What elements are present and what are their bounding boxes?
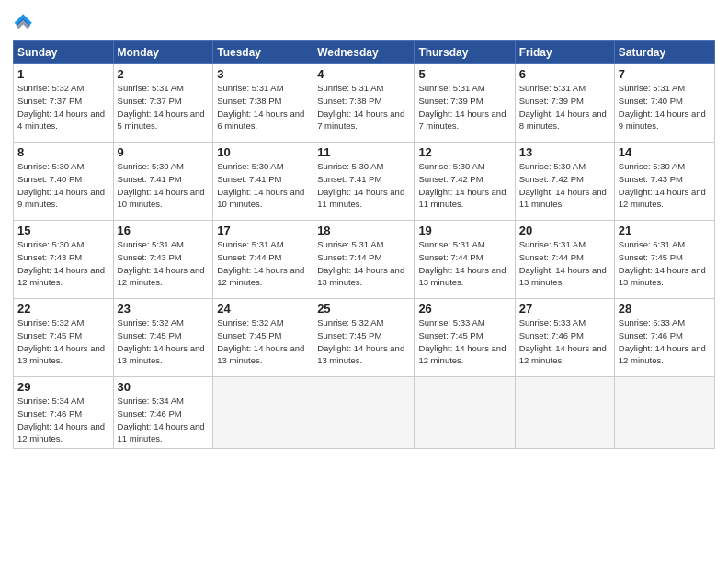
calendar-cell: 18Sunrise: 5:31 AMSunset: 7:44 PMDayligh… — [313, 221, 415, 299]
day-number: 30 — [118, 380, 210, 394]
day-number: 16 — [118, 224, 210, 237]
day-info: Sunrise: 5:33 AMSunset: 7:46 PMDaylight:… — [619, 316, 711, 367]
day-number: 14 — [619, 145, 711, 159]
calendar-week-4: 29Sunrise: 5:34 AMSunset: 7:46 PMDayligh… — [14, 377, 715, 449]
page-container: SundayMondayTuesdayWednesdayThursdayFrid… — [0, 0, 728, 563]
day-number: 4 — [317, 67, 410, 81]
calendar-cell: 9Sunrise: 5:30 AMSunset: 7:41 PMDaylight… — [113, 143, 213, 221]
day-info: Sunrise: 5:30 AMSunset: 7:42 PMDaylight:… — [418, 160, 510, 211]
day-info: Sunrise: 5:34 AMSunset: 7:46 PMDaylight:… — [17, 395, 109, 445]
calendar-cell: 21Sunrise: 5:31 AMSunset: 7:45 PMDayligh… — [614, 221, 714, 299]
day-number: 15 — [17, 224, 109, 237]
day-number: 24 — [217, 302, 309, 316]
day-info: Sunrise: 5:32 AMSunset: 7:37 PMDaylight:… — [17, 82, 109, 132]
day-info: Sunrise: 5:31 AMSunset: 7:38 PMDaylight:… — [317, 82, 410, 132]
calendar-cell — [213, 377, 313, 449]
day-info: Sunrise: 5:31 AMSunset: 7:45 PMDaylight:… — [619, 238, 711, 289]
day-number: 18 — [317, 224, 410, 237]
day-info: Sunrise: 5:30 AMSunset: 7:40 PMDaylight:… — [17, 160, 109, 211]
day-info: Sunrise: 5:31 AMSunset: 7:39 PMDaylight:… — [418, 82, 510, 132]
day-number: 10 — [217, 145, 309, 159]
day-info: Sunrise: 5:32 AMSunset: 7:45 PMDaylight:… — [118, 316, 210, 367]
day-info: Sunrise: 5:33 AMSunset: 7:45 PMDaylight:… — [418, 316, 510, 367]
day-info: Sunrise: 5:32 AMSunset: 7:45 PMDaylight:… — [217, 316, 309, 367]
calendar-header-friday: Friday — [515, 41, 614, 64]
calendar-cell: 24Sunrise: 5:32 AMSunset: 7:45 PMDayligh… — [213, 299, 313, 377]
day-number: 29 — [17, 380, 109, 394]
day-info: Sunrise: 5:33 AMSunset: 7:46 PMDaylight:… — [519, 316, 610, 367]
day-info: Sunrise: 5:31 AMSunset: 7:44 PMDaylight:… — [317, 238, 410, 289]
calendar-header-saturday: Saturday — [614, 41, 714, 64]
day-number: 19 — [418, 224, 510, 237]
day-number: 20 — [519, 224, 610, 237]
day-number: 26 — [418, 302, 510, 316]
calendar-cell: 28Sunrise: 5:33 AMSunset: 7:46 PMDayligh… — [614, 299, 714, 377]
calendar-cell: 15Sunrise: 5:30 AMSunset: 7:43 PMDayligh… — [14, 221, 114, 299]
day-info: Sunrise: 5:30 AMSunset: 7:43 PMDaylight:… — [619, 160, 711, 211]
calendar-header-tuesday: Tuesday — [213, 41, 313, 64]
header — [13, 11, 715, 33]
day-number: 22 — [17, 302, 109, 316]
calendar-cell: 17Sunrise: 5:31 AMSunset: 7:44 PMDayligh… — [213, 221, 313, 299]
calendar-cell: 4Sunrise: 5:31 AMSunset: 7:38 PMDaylight… — [313, 64, 415, 143]
day-info: Sunrise: 5:30 AMSunset: 7:42 PMDaylight:… — [519, 160, 610, 211]
calendar-cell: 6Sunrise: 5:31 AMSunset: 7:39 PMDaylight… — [515, 64, 614, 143]
calendar-cell: 23Sunrise: 5:32 AMSunset: 7:45 PMDayligh… — [113, 299, 213, 377]
day-number: 7 — [619, 67, 711, 81]
calendar-cell: 5Sunrise: 5:31 AMSunset: 7:39 PMDaylight… — [415, 64, 515, 143]
day-info: Sunrise: 5:31 AMSunset: 7:40 PMDaylight:… — [619, 82, 711, 132]
calendar-week-2: 15Sunrise: 5:30 AMSunset: 7:43 PMDayligh… — [14, 221, 715, 299]
day-info: Sunrise: 5:31 AMSunset: 7:44 PMDaylight:… — [519, 238, 610, 289]
day-number: 27 — [519, 302, 610, 316]
calendar-week-0: 1Sunrise: 5:32 AMSunset: 7:37 PMDaylight… — [14, 64, 715, 143]
day-number: 8 — [17, 145, 109, 159]
day-number: 9 — [118, 145, 210, 159]
calendar-cell — [313, 377, 415, 449]
calendar-header-sunday: Sunday — [14, 41, 114, 64]
logo-icon — [13, 11, 35, 33]
calendar-cell: 26Sunrise: 5:33 AMSunset: 7:45 PMDayligh… — [415, 299, 515, 377]
day-number: 17 — [217, 224, 309, 237]
calendar-cell: 25Sunrise: 5:32 AMSunset: 7:45 PMDayligh… — [313, 299, 415, 377]
calendar-cell: 12Sunrise: 5:30 AMSunset: 7:42 PMDayligh… — [415, 143, 515, 221]
day-info: Sunrise: 5:31 AMSunset: 7:39 PMDaylight:… — [519, 82, 610, 132]
calendar-cell: 3Sunrise: 5:31 AMSunset: 7:38 PMDaylight… — [213, 64, 313, 143]
calendar-header-wednesday: Wednesday — [313, 41, 415, 64]
logo — [13, 11, 39, 33]
calendar-header-thursday: Thursday — [415, 41, 515, 64]
day-info: Sunrise: 5:31 AMSunset: 7:43 PMDaylight:… — [118, 238, 210, 289]
calendar-cell: 16Sunrise: 5:31 AMSunset: 7:43 PMDayligh… — [113, 221, 213, 299]
day-number: 3 — [217, 67, 309, 81]
calendar-cell: 19Sunrise: 5:31 AMSunset: 7:44 PMDayligh… — [415, 221, 515, 299]
calendar-cell — [415, 377, 515, 449]
day-number: 6 — [519, 67, 610, 81]
day-info: Sunrise: 5:30 AMSunset: 7:41 PMDaylight:… — [217, 160, 309, 211]
day-info: Sunrise: 5:30 AMSunset: 7:41 PMDaylight:… — [317, 160, 410, 211]
day-number: 11 — [317, 145, 410, 159]
calendar-cell: 8Sunrise: 5:30 AMSunset: 7:40 PMDaylight… — [14, 143, 114, 221]
calendar-cell — [614, 377, 714, 449]
calendar-cell: 27Sunrise: 5:33 AMSunset: 7:46 PMDayligh… — [515, 299, 614, 377]
day-info: Sunrise: 5:32 AMSunset: 7:45 PMDaylight:… — [317, 316, 410, 367]
day-info: Sunrise: 5:31 AMSunset: 7:38 PMDaylight:… — [217, 82, 309, 132]
day-info: Sunrise: 5:30 AMSunset: 7:41 PMDaylight:… — [118, 160, 210, 211]
calendar-week-1: 8Sunrise: 5:30 AMSunset: 7:40 PMDaylight… — [14, 143, 715, 221]
calendar-week-3: 22Sunrise: 5:32 AMSunset: 7:45 PMDayligh… — [14, 299, 715, 377]
day-info: Sunrise: 5:32 AMSunset: 7:45 PMDaylight:… — [17, 316, 109, 367]
day-info: Sunrise: 5:31 AMSunset: 7:44 PMDaylight:… — [217, 238, 309, 289]
day-number: 13 — [519, 145, 610, 159]
calendar-header-monday: Monday — [113, 41, 213, 64]
calendar-cell: 11Sunrise: 5:30 AMSunset: 7:41 PMDayligh… — [313, 143, 415, 221]
calendar-cell: 1Sunrise: 5:32 AMSunset: 7:37 PMDaylight… — [14, 64, 114, 143]
day-number: 1 — [17, 67, 109, 81]
day-info: Sunrise: 5:31 AMSunset: 7:37 PMDaylight:… — [118, 82, 210, 132]
calendar-cell: 10Sunrise: 5:30 AMSunset: 7:41 PMDayligh… — [213, 143, 313, 221]
day-number: 25 — [317, 302, 410, 316]
day-number: 28 — [619, 302, 711, 316]
calendar-cell: 7Sunrise: 5:31 AMSunset: 7:40 PMDaylight… — [614, 64, 714, 143]
calendar-cell: 29Sunrise: 5:34 AMSunset: 7:46 PMDayligh… — [14, 377, 114, 449]
calendar-cell: 13Sunrise: 5:30 AMSunset: 7:42 PMDayligh… — [515, 143, 614, 221]
day-info: Sunrise: 5:34 AMSunset: 7:46 PMDaylight:… — [118, 395, 210, 445]
calendar-table: SundayMondayTuesdayWednesdayThursdayFrid… — [13, 40, 715, 449]
calendar-cell: 14Sunrise: 5:30 AMSunset: 7:43 PMDayligh… — [614, 143, 714, 221]
